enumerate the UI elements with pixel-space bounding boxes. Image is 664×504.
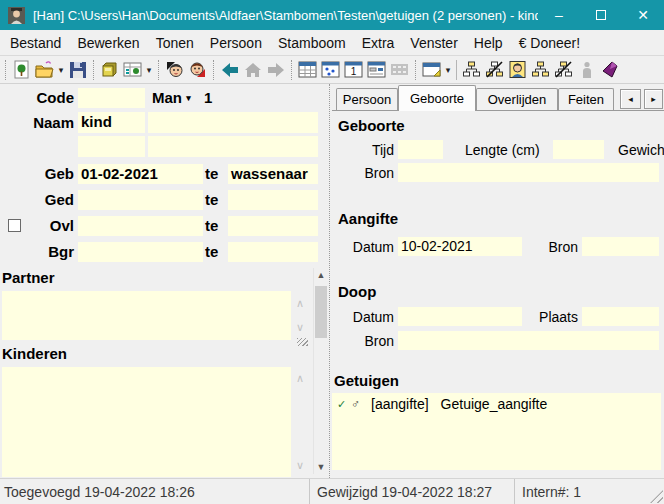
gender-dropdown[interactable]: Man ▾ <box>152 89 191 106</box>
open-dropdown-caret[interactable]: ▾ <box>56 65 66 75</box>
home-icon[interactable] <box>241 58 264 82</box>
geboorte-bron-label: Bron <box>332 165 394 181</box>
aldfaer-logo-icon[interactable] <box>598 58 621 82</box>
window-dropdown-caret[interactable]: ▾ <box>443 65 453 75</box>
partner-scroll-up-icon[interactable]: ∧ <box>296 298 304 309</box>
female-person-icon[interactable] <box>186 58 209 82</box>
kinderen-heading: Kinderen <box>2 345 67 362</box>
tab-scroll-right-icon[interactable]: ▸ <box>644 89 663 109</box>
toolbar-grip <box>291 60 292 80</box>
tab-geboorte[interactable]: Geboorte <box>398 85 476 111</box>
geboorte-bron-field[interactable] <box>398 163 659 182</box>
ancestor-chart-off-icon[interactable] <box>483 58 506 82</box>
form-view-icon[interactable] <box>365 58 388 82</box>
ancestor-chart-icon[interactable] <box>460 58 483 82</box>
left-panel-scrollbar[interactable]: ▲ ▼ <box>313 268 327 474</box>
menu-item-persoon[interactable]: Persoon <box>202 32 270 54</box>
male-person-icon[interactable] <box>163 58 186 82</box>
tab-persoon[interactable]: Persoon <box>336 88 398 110</box>
partner-list[interactable] <box>2 291 291 340</box>
getuigen-list[interactable]: ✓ ♂ [aangifte] Getuige_aangifte <box>332 393 661 470</box>
geb-date-field[interactable]: 01-02-2021 <box>78 164 203 184</box>
scrollbar-down-icon[interactable]: ▼ <box>314 460 328 474</box>
kinderen-scroll-down-icon[interactable]: ∨ <box>296 460 304 471</box>
menu-item-bewerken[interactable]: Bewerken <box>69 32 147 54</box>
ovl-te-label: te <box>205 217 218 234</box>
achternaam-field[interactable] <box>148 136 318 157</box>
doop-bron-field[interactable] <box>398 331 659 350</box>
gewicht-label: Gewicht <box>618 142 664 158</box>
relations-view-icon[interactable] <box>319 58 342 82</box>
gender-caret-icon: ▾ <box>186 93 191 103</box>
person-silhouette-icon[interactable] <box>575 58 598 82</box>
aangifte-bron-field[interactable] <box>582 237 659 256</box>
maximize-button[interactable] <box>580 0 622 30</box>
scrollbar-thumb[interactable] <box>315 286 327 338</box>
ovl-date-field[interactable] <box>78 216 203 236</box>
kinderen-scroll-up-icon[interactable]: ∧ <box>296 373 304 384</box>
new-tree-file-icon[interactable] <box>10 58 33 82</box>
bgr-te-label: te <box>205 243 218 260</box>
naam-field[interactable]: kind <box>78 112 145 133</box>
menu-item-stamboom[interactable]: Stamboom <box>270 32 354 54</box>
toolbar-separator <box>456 60 457 80</box>
back-icon[interactable] <box>218 58 241 82</box>
geb-place-field[interactable]: wassenaar <box>228 164 318 184</box>
patroniem-field[interactable] <box>78 136 145 157</box>
menu-item-bestand[interactable]: Bestand <box>2 32 69 54</box>
filmstrip-view-icon[interactable] <box>388 58 411 82</box>
menu-item-tonen[interactable]: Tonen <box>148 32 202 54</box>
tree-table-icon[interactable] <box>121 58 144 82</box>
window-icon[interactable] <box>420 58 443 82</box>
doop-datum-field[interactable] <box>398 307 522 326</box>
titlebar: [Han] C:\Users\Han\Documents\Aldfaer\Sta… <box>0 0 664 30</box>
person-number: 1 <box>204 89 212 106</box>
tab-scroll-left-icon[interactable]: ◂ <box>620 89 641 109</box>
code-field[interactable] <box>78 88 145 108</box>
minimize-button[interactable]: – <box>538 0 580 30</box>
descendant-chart-icon[interactable] <box>529 58 552 82</box>
tijd-field[interactable] <box>398 140 443 159</box>
person-panel: Code Man ▾ 1 Naam kind Geb 01-02-2021 te… <box>0 84 331 478</box>
partner-resize-grip[interactable] <box>297 338 308 346</box>
close-button[interactable]: ✕ <box>622 0 664 30</box>
lengte-field[interactable] <box>553 140 604 159</box>
window-resize-grip[interactable] <box>650 490 663 503</box>
aldfaer-window: [Han] C:\Users\Han\Documents\Aldfaer\Sta… <box>0 0 664 504</box>
menu-item-extra[interactable]: Extra <box>354 32 403 54</box>
scrollbar-up-icon[interactable]: ▲ <box>314 268 328 282</box>
naam-field-2[interactable] <box>148 112 318 133</box>
bgr-place-field[interactable] <box>228 242 318 262</box>
witness-row[interactable]: ✓ ♂ [aangifte] Getuige_aangifte <box>332 393 661 415</box>
descendant-chart-off-icon[interactable] <box>552 58 575 82</box>
tijd-label: Tijd <box>332 142 394 158</box>
geb-label: Geb <box>0 165 74 182</box>
kinderen-list[interactable] <box>2 367 291 477</box>
bgr-date-field[interactable] <box>78 242 203 262</box>
backup-icon[interactable] <box>98 58 121 82</box>
toolbar-grip <box>5 60 6 80</box>
calendar-view-icon[interactable]: 1 <box>342 58 365 82</box>
portrait-icon[interactable] <box>506 58 529 82</box>
menu-item-help[interactable]: Help <box>466 32 511 54</box>
doop-plaats-field[interactable] <box>582 307 659 326</box>
naam-label: Naam <box>0 114 74 131</box>
menu-item-venster[interactable]: Venster <box>402 32 465 54</box>
menubar: Bestand Bewerken Tonen Persoon Stamboom … <box>0 30 664 56</box>
menu-item-doneer[interactable]: € Doneer! <box>511 32 588 54</box>
forward-icon[interactable] <box>264 58 287 82</box>
save-icon[interactable] <box>66 58 89 82</box>
code-label: Code <box>0 89 74 106</box>
ged-place-field[interactable] <box>228 190 318 210</box>
tab-overlijden[interactable]: Overlijden <box>476 88 558 110</box>
partner-scroll-down-icon[interactable]: ∨ <box>296 322 304 333</box>
tab-feiten[interactable]: Feiten <box>558 88 614 110</box>
getuigen-heading: Getuigen <box>334 372 399 389</box>
aangifte-datum-field[interactable]: 10-02-2021 <box>398 237 522 256</box>
ovl-place-field[interactable] <box>228 216 318 236</box>
status-modified: Gewijzigd 19-04-2022 18:27 <box>310 479 515 504</box>
ged-date-field[interactable] <box>78 190 203 210</box>
tree-table-dropdown-caret[interactable]: ▾ <box>144 65 154 75</box>
open-folder-icon[interactable] <box>33 58 56 82</box>
table-view-icon[interactable] <box>296 58 319 82</box>
